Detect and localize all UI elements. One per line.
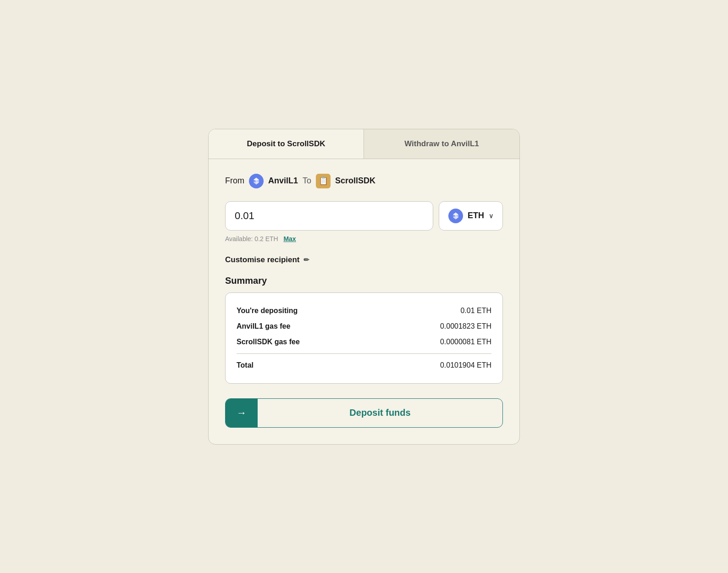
to-network-name: ScrollSDK [335, 176, 375, 186]
deposit-funds-button[interactable]: Deposit funds [258, 399, 502, 427]
from-label: From [225, 176, 244, 186]
summary-row-anvil-fee: AnvilL1 gas fee 0.0001823 ETH [237, 319, 491, 334]
deposit-funds-label: Deposit funds [349, 408, 410, 418]
summary-depositing-value: 0.01 ETH [460, 307, 491, 315]
summary-box: You're depositing 0.01 ETH AnvilL1 gas f… [225, 292, 503, 384]
max-button[interactable]: Max [283, 235, 296, 242]
deposit-arrow-button[interactable]: → [226, 399, 258, 427]
summary-row-total: Total 0.0101904 ETH [237, 353, 491, 373]
arrow-right-icon: → [237, 407, 247, 419]
deposit-button-row: → Deposit funds [225, 398, 503, 428]
summary-row-scroll-fee: ScrollSDK gas fee 0.0000081 ETH [237, 334, 491, 350]
summary-total-label: Total [237, 361, 254, 369]
summary-anvil-fee-value: 0.0001823 ETH [440, 322, 491, 331]
token-icon [448, 209, 463, 223]
amount-input[interactable] [225, 201, 433, 231]
customise-label: Customise recipient [225, 255, 300, 264]
edit-icon: ✏ [303, 256, 309, 264]
route-row: From AnvilL1 To 📋 ScrollSDK [225, 174, 503, 188]
to-label: To [303, 176, 311, 186]
summary-scroll-fee-value: 0.0000081 ETH [440, 338, 491, 346]
tab-bar: Deposit to ScrollSDK Withdraw to AnvilL1 [209, 129, 519, 159]
token-selector-button[interactable]: ETH ∨ [439, 201, 503, 231]
token-symbol: ETH [468, 211, 484, 220]
summary-anvil-fee-label: AnvilL1 gas fee [237, 322, 290, 331]
summary-row-depositing: You're depositing 0.01 ETH [237, 303, 491, 319]
bridge-card: Deposit to ScrollSDK Withdraw to AnvilL1… [208, 129, 520, 445]
summary-depositing-label: You're depositing [237, 307, 298, 315]
available-label: Available: 0.2 ETH [225, 235, 278, 242]
anvil-network-icon [249, 174, 264, 188]
main-content: From AnvilL1 To 📋 ScrollSDK [209, 159, 519, 444]
summary-scroll-fee-label: ScrollSDK gas fee [237, 338, 300, 346]
scroll-network-icon: 📋 [316, 174, 331, 188]
from-network-name: AnvilL1 [268, 176, 298, 186]
summary-total-value: 0.0101904 ETH [440, 361, 491, 369]
chevron-down-icon: ∨ [489, 212, 493, 220]
summary-title: Summary [225, 275, 503, 286]
customise-recipient-row[interactable]: Customise recipient ✏ [225, 255, 503, 264]
tab-deposit[interactable]: Deposit to ScrollSDK [209, 129, 364, 159]
tab-withdraw[interactable]: Withdraw to AnvilL1 [364, 129, 519, 159]
available-row: Available: 0.2 ETH Max [225, 235, 503, 242]
amount-row: ETH ∨ [225, 201, 503, 231]
